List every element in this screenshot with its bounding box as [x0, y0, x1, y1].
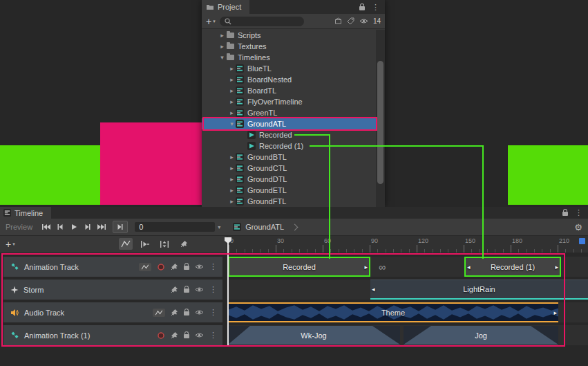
search-by-label-icon[interactable]: [347, 17, 354, 25]
track-header-animation-track-1[interactable]: Animation Track (1) ⋮: [3, 325, 222, 345]
chevron-right-icon[interactable]: ▸: [228, 198, 236, 205]
record-button[interactable]: [157, 331, 165, 340]
kebab-menu-icon[interactable]: ⋮: [209, 331, 217, 339]
search-input[interactable]: [220, 17, 304, 26]
eye-icon[interactable]: [195, 309, 204, 315]
track-name: Audio Track: [24, 309, 64, 317]
visibility-eye-icon[interactable]: [359, 18, 368, 24]
breadcrumb-label: GroundATL: [245, 223, 284, 231]
pin-icon[interactable]: [171, 286, 178, 293]
chevron-right-icon[interactable]: ▸: [228, 165, 236, 172]
previous-frame-button[interactable]: [53, 221, 67, 232]
play-range-button[interactable]: [113, 221, 128, 233]
kebab-menu-icon[interactable]: ⋮: [209, 263, 217, 271]
track-header-storm[interactable]: Storm ⋮: [3, 280, 222, 300]
edit-mode-replace-button[interactable]: [158, 238, 171, 250]
tree-item-flyovertimeline[interactable]: ▸ FlyOverTimeline: [202, 96, 376, 107]
breadcrumb[interactable]: GroundATL: [233, 223, 297, 231]
clip-recorded-1[interactable]: ◂ Recorded (1) ▸: [464, 257, 561, 277]
lock-icon[interactable]: [184, 266, 189, 270]
play-button[interactable]: [67, 221, 81, 232]
tab-timeline[interactable]: Timeline: [0, 207, 51, 219]
next-frame-button[interactable]: [81, 221, 95, 232]
project-scrollbar[interactable]: [376, 30, 385, 207]
tree-item-boardnested[interactable]: ▸ BoardNested: [202, 74, 376, 85]
track-header-audio-track[interactable]: Audio Track ⋮: [3, 302, 222, 322]
create-add-button[interactable]: + ▾: [206, 16, 216, 27]
lock-icon[interactable]: [184, 334, 189, 338]
kebab-menu-icon[interactable]: ⋮: [209, 286, 217, 293]
clip-wk-jog[interactable]: Wk-Jog: [228, 326, 400, 345]
add-track-button[interactable]: + ▾: [6, 239, 15, 250]
pin-icon[interactable]: [171, 331, 178, 339]
chevron-right-icon[interactable]: ▸: [228, 154, 236, 161]
curves-view-toggle-button[interactable]: [119, 238, 133, 250]
lock-icon[interactable]: [184, 289, 189, 293]
tree-item-bluetl[interactable]: ▸ BlueTL: [202, 63, 376, 74]
goto-end-button[interactable]: [95, 221, 108, 232]
chevron-down-icon[interactable]: ▾: [228, 120, 236, 127]
markers-toggle-button[interactable]: [177, 238, 191, 250]
tree-item-groundftl[interactable]: ▸ GroundFTL: [202, 196, 376, 207]
kebab-menu-icon[interactable]: ⋮: [372, 3, 379, 11]
clip-theme[interactable]: Theme ▸: [228, 302, 558, 322]
frame-field-caret-icon[interactable]: ▾: [218, 224, 220, 230]
tree-item-grounddtl[interactable]: ▸ GroundDTL: [202, 174, 376, 185]
chevron-right-icon[interactable]: ▸: [228, 65, 236, 72]
chevron-right-icon[interactable]: ▸: [228, 87, 236, 94]
tab-project[interactable]: Project: [202, 0, 249, 14]
tree-item-boardtl[interactable]: ▸ BoardTL: [202, 85, 376, 96]
curves-toggle-button[interactable]: [139, 263, 151, 271]
tree-item-scripts[interactable]: ▸ Scripts: [202, 30, 376, 41]
chevron-right-icon[interactable]: ▸: [218, 32, 226, 39]
timeline-asset-icon: [236, 64, 244, 73]
chevron-right-icon[interactable]: ▸: [228, 187, 236, 194]
chevron-right-icon[interactable]: ▸: [218, 43, 226, 50]
track-header-animation-track[interactable]: Animation Track ⋮: [3, 257, 222, 277]
unity-editor-canvas: Project ⋮ + ▾ 14: [0, 0, 588, 366]
tree-item-greentl[interactable]: ▸ GreenTL: [202, 107, 376, 118]
record-button[interactable]: [157, 263, 165, 271]
tree-item-timelines[interactable]: ▾ Timelines: [202, 52, 376, 63]
eye-icon[interactable]: [195, 332, 204, 338]
preview-toggle[interactable]: Preview: [6, 223, 32, 231]
tree-item-groundbtl[interactable]: ▸ GroundBTL: [202, 152, 376, 163]
clip-lightrain[interactable]: ◂ LightRain: [370, 280, 588, 300]
lock-icon[interactable]: [184, 311, 189, 315]
search-field[interactable]: [234, 17, 290, 25]
lock-icon[interactable]: [562, 212, 568, 216]
tree-item-groundatl-selected[interactable]: ▾ GroundATL: [202, 118, 376, 129]
timeline-range-end-marker[interactable]: [579, 238, 585, 244]
chevron-down-icon[interactable]: ▾: [218, 54, 226, 61]
current-frame-field[interactable]: 0: [135, 222, 215, 232]
curves-toggle-button[interactable]: [153, 309, 165, 317]
pin-icon[interactable]: [171, 309, 178, 316]
clip-out-arrow-icon: ▸: [364, 264, 368, 271]
kebab-menu-icon[interactable]: ⋮: [575, 209, 582, 217]
chevron-right-icon[interactable]: ▸: [228, 109, 236, 116]
lock-icon[interactable]: [359, 6, 365, 10]
chevron-right-icon[interactable]: ▸: [228, 98, 236, 105]
clip-jog[interactable]: Jog: [404, 326, 558, 345]
chevron-right-icon[interactable]: ▸: [228, 176, 236, 183]
clip-recorded[interactable]: Recorded ▸: [228, 257, 370, 277]
tree-item-groundctl[interactable]: ▸ GroundCTL: [202, 163, 376, 174]
goto-start-button[interactable]: [39, 221, 53, 232]
tree-item-groundetl[interactable]: ▸ GroundETL: [202, 185, 376, 196]
animation-track-icon: [10, 262, 19, 271]
eye-icon[interactable]: [195, 264, 204, 270]
search-by-type-icon[interactable]: [334, 17, 342, 25]
eye-icon[interactable]: [195, 286, 204, 293]
timeline-window-controls: ⋮: [562, 207, 588, 219]
edit-mode-ripple-button[interactable]: [138, 238, 152, 250]
gear-icon[interactable]: ⚙: [574, 222, 582, 232]
kebab-menu-icon[interactable]: ⋮: [209, 309, 217, 316]
pin-icon[interactable]: [171, 263, 178, 271]
chevron-right-icon[interactable]: ▸: [228, 76, 236, 83]
playhead-line[interactable]: [227, 238, 229, 345]
tree-item-textures[interactable]: ▸ Textures: [202, 41, 376, 52]
scrollbar-thumb[interactable]: [377, 61, 383, 184]
timeline-ruler[interactable]: 0 30 60 90 120 150 180 210: [227, 236, 588, 253]
tree-item-recorded[interactable]: Recorded: [202, 129, 376, 140]
timeline-asset-icon: [236, 175, 244, 183]
